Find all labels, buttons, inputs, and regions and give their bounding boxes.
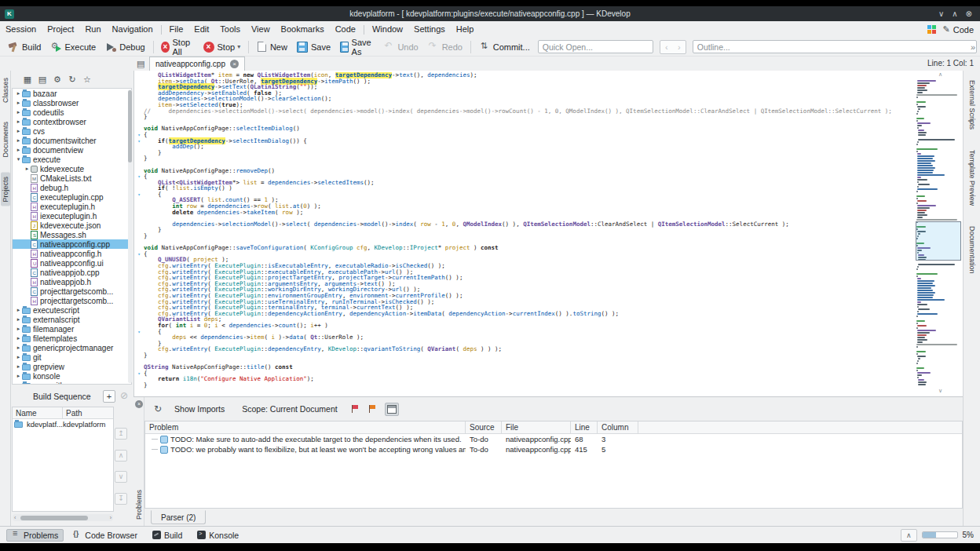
tree-item-externalscript[interactable]: ▸externalscript bbox=[13, 315, 131, 324]
expand-icon[interactable]: ▸ bbox=[15, 109, 22, 115]
sidebar-tab-external-scripts[interactable]: External Scripts bbox=[967, 77, 978, 133]
horizontal-scrollbar-thumb[interactable] bbox=[20, 516, 88, 520]
toolbar-extension-button[interactable]: » bbox=[971, 42, 975, 52]
sidebar-tab-documentation[interactable]: Documentation bbox=[967, 223, 978, 277]
tree-item-nativeappconfig-h[interactable]: nativeappconfig.h bbox=[13, 249, 131, 258]
back-button[interactable]: ‹ bbox=[660, 42, 673, 52]
tree-item-git[interactable]: ▸git bbox=[13, 352, 131, 362]
tree-item-filetemplates[interactable]: ▸filetemplates bbox=[13, 334, 131, 343]
tree-item-documentview[interactable]: ▸documentview bbox=[13, 145, 131, 155]
code-editor[interactable]: QListWidgetItem* item = new QListWidgetI… bbox=[133, 71, 963, 396]
area-switcher-icon[interactable] bbox=[927, 25, 936, 34]
expand-icon[interactable]: ▸ bbox=[15, 373, 22, 379]
chevron-up-icon[interactable]: ∧ bbox=[901, 529, 917, 542]
move-top-button[interactable]: ↥ bbox=[115, 428, 127, 440]
menu-session[interactable]: Session bbox=[0, 21, 42, 38]
error-flag-icon[interactable] bbox=[350, 404, 360, 414]
fold-marker-icon[interactable]: ▾ bbox=[134, 138, 144, 144]
expand-icon[interactable]: ▸ bbox=[15, 335, 22, 341]
menu-settings[interactable]: Settings bbox=[408, 21, 451, 38]
expand-icon[interactable]: ▸ bbox=[15, 137, 22, 144]
menu-window[interactable]: Window bbox=[367, 21, 408, 38]
tree-item-projecttargetscomb[interactable]: projecttargetscomb... bbox=[13, 296, 131, 305]
expand-icon[interactable]: ▸ bbox=[15, 345, 22, 351]
problem-row[interactable]: TODO: we probably want to flexibilize, b… bbox=[145, 444, 962, 454]
tree-item-iexecuteplugin-h[interactable]: iexecuteplugin.h bbox=[13, 211, 131, 221]
fold-marker-icon[interactable]: ▾ bbox=[134, 370, 144, 377]
move-down-button[interactable]: ∨ bbox=[115, 471, 127, 483]
close-icon[interactable]: ⊗ bbox=[966, 9, 972, 18]
menu-run[interactable]: Run bbox=[79, 21, 106, 38]
menu-help[interactable]: Help bbox=[451, 21, 480, 38]
expand-icon[interactable]: ▸ bbox=[15, 100, 22, 106]
save-button[interactable]: Save bbox=[292, 38, 335, 56]
tree-item-messages-sh[interactable]: Messages.sh bbox=[13, 230, 131, 239]
parser-tab[interactable]: Parser (2) bbox=[151, 510, 206, 524]
tree-item-filemanager[interactable]: ▸filemanager bbox=[13, 324, 131, 334]
menu-project[interactable]: Project bbox=[42, 21, 79, 38]
menu-code[interactable]: Code bbox=[330, 21, 361, 38]
tree-item-kdevexecute-json[interactable]: kdevexecute.json bbox=[13, 221, 131, 230]
fold-marker-icon[interactable]: ▾ bbox=[134, 329, 144, 335]
column-header-column[interactable]: Column bbox=[598, 421, 638, 433]
tree-item-debug-h[interactable]: debug.h bbox=[13, 183, 131, 192]
build-sequence-row[interactable]: kdevplatf...kdevplatform bbox=[13, 419, 113, 429]
grid-icon[interactable]: ▦ bbox=[22, 75, 33, 85]
refresh-icon[interactable]: ↻ bbox=[67, 75, 78, 85]
fold-marker-icon[interactable]: ▾ bbox=[134, 192, 144, 198]
expand-icon[interactable]: ▸ bbox=[24, 166, 31, 172]
document-list-icon[interactable]: ▤ bbox=[137, 59, 144, 69]
tree-item-kdevexecute[interactable]: ▸kdevexecute bbox=[13, 164, 131, 173]
menu-edit[interactable]: Edit bbox=[188, 21, 214, 38]
fold-marker-icon[interactable]: ▾ bbox=[134, 173, 144, 180]
tree-item-nativeappconfig-cpp[interactable]: nativeappconfig.cpp bbox=[13, 239, 131, 249]
expand-icon[interactable]: ▸ bbox=[15, 147, 22, 153]
scroll-up-icon[interactable]: ∧ bbox=[938, 71, 942, 78]
column-header-file[interactable]: File bbox=[502, 421, 571, 433]
warning-flag-icon[interactable] bbox=[368, 404, 377, 414]
stop-button[interactable]: Stop▾ bbox=[199, 38, 246, 56]
close-toolview-icon[interactable]: × bbox=[135, 400, 143, 408]
expand-icon[interactable]: ▸ bbox=[15, 382, 22, 385]
save-as-button[interactable]: Save As bbox=[335, 38, 378, 56]
build-button[interactable]: Build bbox=[3, 38, 46, 56]
tree-item-cvs[interactable]: ▸cvs bbox=[13, 126, 131, 136]
tree-item-cmakelists-txt[interactable]: CMakeLists.txt bbox=[13, 173, 131, 183]
tree-item-openwith[interactable]: ▸openwith bbox=[13, 381, 131, 385]
menu-bookmarks[interactable]: Bookmarks bbox=[276, 21, 330, 38]
tree-item-executescript[interactable]: ▸executescript bbox=[13, 305, 131, 315]
fold-marker-icon[interactable]: ▾ bbox=[134, 132, 144, 138]
expand-icon[interactable]: ▸ bbox=[15, 90, 22, 97]
redo-button[interactable]: Redo bbox=[423, 38, 467, 56]
tree-item-codeutils[interactable]: ▸codeutils bbox=[13, 108, 131, 117]
expand-icon[interactable]: ▸ bbox=[15, 326, 22, 332]
collapse-icon[interactable]: ▾ bbox=[15, 156, 22, 162]
column-header-problem[interactable]: Problem bbox=[145, 421, 466, 433]
column-header-name[interactable]: Name bbox=[13, 407, 63, 418]
tree-item-executeplugin-h[interactable]: executeplugin.h bbox=[13, 202, 131, 211]
tree-item-execute[interactable]: ▾execute bbox=[13, 155, 131, 164]
sidebar-tab-classes[interactable]: Classes bbox=[1, 74, 10, 107]
execute-button[interactable]: Execute bbox=[46, 38, 101, 56]
minimize-icon[interactable]: ∨ bbox=[938, 9, 944, 18]
expand-icon[interactable]: ▸ bbox=[15, 128, 22, 134]
show-imports-button[interactable]: Show Imports bbox=[170, 402, 229, 416]
outline-input[interactable] bbox=[693, 40, 977, 53]
expand-icon[interactable]: ▸ bbox=[15, 354, 22, 360]
grouping-toggle-button[interactable] bbox=[385, 403, 399, 416]
expand-icon[interactable]: ▸ bbox=[15, 363, 22, 370]
tree-item-nativeappjob-cpp[interactable]: nativeappjob.cpp bbox=[13, 268, 131, 277]
quick-open-input[interactable] bbox=[538, 40, 653, 53]
tree-item-executeplugin-cpp[interactable]: executeplugin.cpp bbox=[13, 192, 131, 202]
undo-button[interactable]: Undo bbox=[378, 38, 422, 56]
column-header-source[interactable]: Source bbox=[466, 421, 502, 433]
move-up-button[interactable]: ∧ bbox=[115, 450, 127, 462]
statusbar-button-problems[interactable]: Problems bbox=[6, 529, 64, 542]
expand-icon[interactable]: ▸ bbox=[15, 307, 22, 313]
code-area-button[interactable]: ✎ Code bbox=[942, 24, 974, 35]
maximize-icon[interactable]: ∧ bbox=[952, 9, 957, 18]
scope-button[interactable]: Scope: Current Document bbox=[237, 402, 342, 416]
sidebar-tab-template-preview[interactable]: Template Preview bbox=[967, 147, 978, 209]
menu-file[interactable]: File bbox=[164, 21, 189, 38]
tree-item-nativeappjob-h[interactable]: nativeappjob.h bbox=[13, 277, 131, 286]
